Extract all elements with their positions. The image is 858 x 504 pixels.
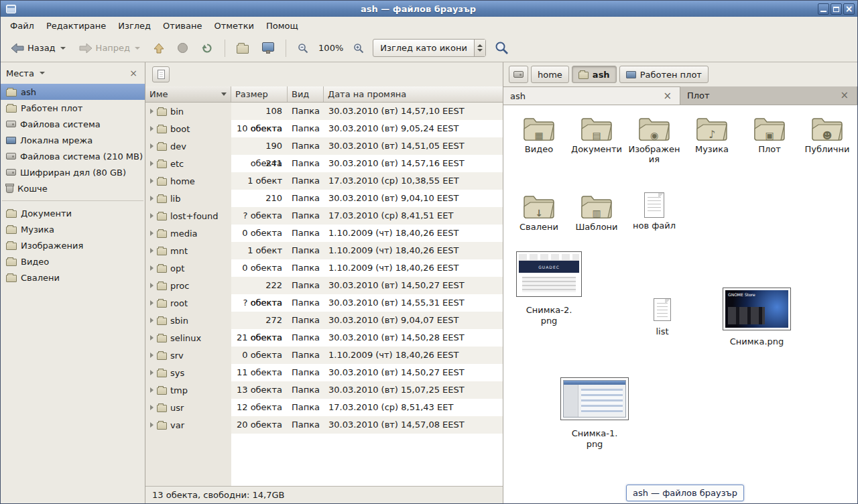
- expander-icon[interactable]: [150, 248, 154, 253]
- computer-button[interactable]: [257, 38, 279, 58]
- expander-icon[interactable]: [150, 265, 154, 271]
- sidebar-item[interactable]: Кошче: [1, 180, 145, 196]
- sidebar-mode-dropdown-icon[interactable]: [40, 72, 45, 74]
- thumbnail-snimka2[interactable]: GUADEC Снимка-2. png: [510, 251, 588, 326]
- menu-item[interactable]: Отиване: [158, 19, 207, 33]
- table-row[interactable]: media 0 обекта Папка 1.10.2009 (чт) 18,4…: [145, 225, 503, 242]
- expander-icon[interactable]: [150, 161, 154, 166]
- icon-view-item[interactable]: Музика: [684, 115, 739, 165]
- sidebar-item[interactable]: Музика: [1, 221, 145, 237]
- column-header-type[interactable]: Вид: [288, 86, 324, 102]
- table-row[interactable]: home 1 обект Папка 17.03.2010 (ср) 10,38…: [145, 172, 503, 190]
- table-row[interactable]: sys 11 обекта Папка 30.03.2010 (вт) 14,5…: [145, 364, 503, 381]
- file-item-list[interactable]: list: [640, 298, 684, 337]
- expander-icon[interactable]: [150, 231, 154, 236]
- sidebar-item[interactable]: Свалени: [1, 269, 145, 286]
- sidebar-item[interactable]: Шифриран дял (80 GB): [1, 164, 145, 180]
- expander-icon[interactable]: [150, 126, 154, 131]
- expander-icon[interactable]: [150, 213, 154, 218]
- expander-icon[interactable]: [150, 109, 154, 114]
- expander-icon[interactable]: [150, 178, 154, 184]
- column-header-name[interactable]: Име: [145, 86, 231, 102]
- table-row[interactable]: sbin 272 обекта Папка 30.03.2010 (вт) 9,…: [145, 312, 503, 329]
- expander-icon[interactable]: [150, 318, 154, 323]
- sidebar-item[interactable]: Локална мрежа: [1, 132, 145, 148]
- home-button[interactable]: [232, 39, 253, 58]
- expander-icon[interactable]: [150, 300, 154, 306]
- zoom-in-button[interactable]: [349, 39, 369, 58]
- menu-item[interactable]: Отметки: [208, 19, 259, 33]
- sidebar-item[interactable]: Изображения: [1, 237, 145, 253]
- sidebar-item[interactable]: Работен плот: [1, 100, 145, 116]
- table-row[interactable]: opt 0 обекта Папка 1.10.2009 (чт) 18,40,…: [145, 259, 503, 277]
- menu-item[interactable]: Файл: [5, 19, 40, 33]
- view-mode-spinner[interactable]: [474, 40, 485, 56]
- table-row[interactable]: proc 222 обекта Папка 30.03.2010 (вт) 14…: [145, 277, 503, 294]
- table-row[interactable]: var 20 обекта Папка 30.03.2010 (вт) 14,5…: [145, 416, 503, 434]
- icon-view-item[interactable]: Свалени: [511, 192, 566, 233]
- table-row[interactable]: root ? обекта Папка 30.03.2010 (вт) 14,5…: [145, 294, 503, 312]
- thumbnail-snimka[interactable]: GNOME Store Снимка.png: [718, 288, 796, 347]
- menu-item[interactable]: Редактиране: [41, 19, 111, 33]
- expander-icon[interactable]: [150, 283, 154, 288]
- sidebar-item[interactable]: Документи: [1, 205, 145, 221]
- expander-icon[interactable]: [150, 387, 154, 393]
- up-button[interactable]: [149, 39, 169, 58]
- table-row[interactable]: bin 108 обекта Папка 30.03.2010 (вт) 14,…: [145, 103, 503, 120]
- path-root-button[interactable]: [509, 66, 528, 83]
- back-dropdown-icon[interactable]: [60, 47, 66, 50]
- icon-view-item[interactable]: Видео: [511, 115, 566, 165]
- view-mode-select[interactable]: Изглед като икони: [373, 39, 486, 57]
- icon-view-item[interactable]: Публични: [800, 115, 855, 165]
- maximize-button[interactable]: [831, 3, 842, 15]
- table-row[interactable]: boot 10 обекта Папка 30.03.2010 (вт) 9,0…: [145, 120, 503, 137]
- forward-button[interactable]: Напред: [74, 39, 145, 58]
- expander-icon[interactable]: [150, 143, 154, 149]
- expander-icon[interactable]: [150, 370, 154, 375]
- tab-plot[interactable]: Плот ×: [680, 86, 857, 105]
- expander-icon[interactable]: [150, 335, 154, 340]
- menu-item[interactable]: Изглед: [113, 19, 156, 33]
- path-button[interactable]: home: [531, 66, 569, 83]
- sidebar-item[interactable]: ash: [1, 84, 145, 100]
- table-row[interactable]: selinux 21 обекта Папка 30.03.2010 (вт) …: [145, 329, 503, 346]
- pane-location-button[interactable]: [152, 66, 170, 82]
- taskbar-window-button[interactable]: ash — файлов браузър: [626, 485, 744, 501]
- table-row[interactable]: usr 12 обекта Папка 17.03.2010 (ср) 8,51…: [145, 399, 503, 416]
- sidebar-close-icon[interactable]: ×: [127, 68, 139, 78]
- icon-view-item[interactable]: Документи: [569, 115, 624, 165]
- path-button[interactable]: Работен плот: [619, 66, 709, 83]
- icon-view-item[interactable]: Плот: [742, 115, 797, 165]
- column-header-size[interactable]: Размер: [231, 86, 288, 102]
- table-row[interactable]: tmp 13 обекта Папка 30.03.2010 (вт) 15,0…: [145, 381, 503, 399]
- icon-view-item[interactable]: Шаблони: [569, 192, 624, 233]
- tab-ash[interactable]: ash ×: [503, 86, 680, 105]
- table-row[interactable]: mnt 1 обект Папка 1.10.2009 (чт) 18,40,2…: [145, 242, 503, 259]
- expander-icon[interactable]: [150, 422, 154, 428]
- close-button[interactable]: [843, 3, 855, 15]
- titlebar[interactable]: ash — файлов браузър: [1, 1, 857, 17]
- sidebar-item[interactable]: Файлова система: [1, 116, 145, 132]
- icon-view-item[interactable]: нов файл: [627, 192, 682, 233]
- table-row[interactable]: srv 0 обекта Папка 1.10.2009 (чт) 18,40,…: [145, 346, 503, 364]
- stop-button[interactable]: [173, 39, 192, 57]
- column-header-date[interactable]: Дата на промяна: [324, 86, 503, 102]
- icon-view-item[interactable]: Изображения: [627, 115, 682, 165]
- expander-icon[interactable]: [150, 405, 154, 410]
- search-button[interactable]: [490, 37, 513, 59]
- table-row[interactable]: dev 190 обекта Папка 30.03.2010 (вт) 14,…: [145, 137, 503, 155]
- table-row[interactable]: lib 210 обекта Папка 30.03.2010 (вт) 9,0…: [145, 190, 503, 207]
- table-row[interactable]: lost+found ? обекта Папка 17.03.2010 (ср…: [145, 207, 503, 225]
- thumbnail-snimka1[interactable]: Снимка-1. png: [556, 377, 633, 449]
- path-button[interactable]: ash: [572, 66, 617, 83]
- table-row[interactable]: etc 241 обекта Папка 30.03.2010 (вт) 14,…: [145, 155, 503, 172]
- forward-dropdown-icon[interactable]: [135, 47, 140, 50]
- tab-close-icon[interactable]: ×: [662, 91, 673, 101]
- expander-icon[interactable]: [150, 353, 154, 358]
- minimize-button[interactable]: [818, 3, 829, 15]
- zoom-out-button[interactable]: [293, 39, 313, 58]
- sidebar-item[interactable]: Видео: [1, 253, 145, 269]
- back-button[interactable]: Назад: [6, 39, 70, 58]
- sidebar-item[interactable]: Файлова система (210 MB): [1, 148, 145, 164]
- tab-close-icon[interactable]: ×: [839, 90, 850, 101]
